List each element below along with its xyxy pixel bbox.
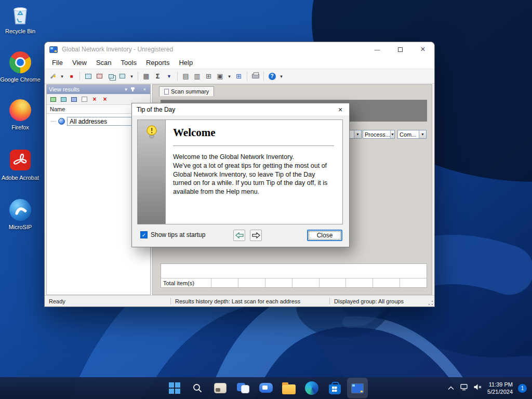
address-group-icon[interactable] xyxy=(59,95,68,103)
delete-address-icon[interactable]: × xyxy=(90,95,99,103)
menu-scan[interactable]: Scan xyxy=(91,58,116,68)
file-explorer-button[interactable] xyxy=(278,378,299,398)
arrow-right-icon xyxy=(252,232,260,238)
column-filter-combo-com[interactable]: Com... ▼ xyxy=(397,130,427,139)
help-icon[interactable]: ? xyxy=(267,71,277,82)
tab-strip: Scan summary xyxy=(153,85,432,96)
main-toolbar: ▾ ■ ▾ ▦ Σ ▼ ▤ ▥ ⊞ ▣ ▾ ⊞ ? ▾ xyxy=(45,69,434,84)
dialog-title-bar[interactable]: Tip of the Day × xyxy=(132,103,349,115)
cascade-windows-icon[interactable] xyxy=(105,71,116,82)
close-button[interactable]: × xyxy=(411,42,434,57)
title-bar[interactable]: Global Network Inventory - Unregistered … xyxy=(45,42,434,57)
desktop-icon-recycle-bin[interactable]: Recycle Bin xyxy=(0,3,41,35)
panel-header[interactable]: View results ▾ × xyxy=(47,85,150,94)
task-view-button[interactable] xyxy=(233,378,254,398)
chat-button[interactable] xyxy=(256,378,276,398)
panel-close-icon[interactable]: × xyxy=(141,87,148,92)
grid-view-icon[interactable] xyxy=(80,95,88,103)
dialog-close-button[interactable]: × xyxy=(331,103,349,115)
add-host-dropdown-icon[interactable]: ▾ xyxy=(128,71,135,82)
table-view-icon[interactable]: ▦ xyxy=(141,71,152,82)
menu-help[interactable]: Help xyxy=(174,58,197,68)
total-cell xyxy=(346,278,373,287)
chat-icon xyxy=(259,383,273,393)
taskbar-center xyxy=(164,377,368,399)
status-history-depth: Results history depth: Last scan for eac… xyxy=(171,296,329,307)
tip-body: Welcome Welcome to the Global Network In… xyxy=(166,120,342,224)
tip-of-the-day-dialog: Tip of the Day × Welcome Welcom xyxy=(131,103,350,247)
start-button[interactable] xyxy=(164,378,185,398)
edge-button[interactable] xyxy=(301,378,322,398)
stop-scan-icon[interactable]: ■ xyxy=(66,71,77,82)
save-results-icon[interactable] xyxy=(70,95,78,103)
help-dropdown-icon[interactable]: ▾ xyxy=(278,71,285,82)
scan-hosts-icon[interactable] xyxy=(83,71,94,82)
chevron-down-icon: ▼ xyxy=(390,130,394,138)
delete-all-addresses-icon[interactable]: × xyxy=(101,95,109,103)
pin-icon[interactable] xyxy=(132,87,139,91)
add-host-icon[interactable] xyxy=(117,71,128,82)
show-tips-checkbox-group[interactable]: ✓ Show tips at startup xyxy=(140,231,205,238)
desktop-icon-label: Firefox xyxy=(0,124,41,131)
menu-view[interactable]: View xyxy=(68,58,91,68)
taskbar: 11:39 PM 5/21/2024 1 xyxy=(0,377,532,399)
desktop-icon-firefox[interactable]: Firefox xyxy=(0,99,41,131)
scan-dropdown-icon[interactable]: ▾ xyxy=(59,71,65,82)
desktop-icon-label: Google Chrome xyxy=(0,76,41,83)
notification-badge[interactable]: 1 xyxy=(518,384,527,393)
chrome-icon xyxy=(9,51,32,74)
next-tip-button[interactable] xyxy=(250,230,262,241)
menu-reports[interactable]: Reports xyxy=(141,58,175,68)
windows-logo-icon xyxy=(169,382,180,394)
column-filter-combo-process[interactable]: Process... ▼ xyxy=(363,130,395,139)
window-title: Global Network Inventory - Unregistered xyxy=(62,46,366,53)
dialog-close-action-button[interactable]: Close xyxy=(307,230,342,241)
desktop-icon-microsip[interactable]: MicroSIP xyxy=(0,198,41,231)
new-window-icon[interactable]: ⊞ xyxy=(203,71,214,82)
gni-taskbar-button[interactable] xyxy=(347,378,368,398)
view-dropdown-icon[interactable]: ▾ xyxy=(226,71,233,82)
total-cell xyxy=(373,278,400,287)
print-icon[interactable] xyxy=(250,71,261,82)
single-host-icon[interactable] xyxy=(94,71,105,82)
clock[interactable]: 11:39 PM 5/21/2024 xyxy=(487,381,513,395)
desktop-icon-chrome[interactable]: Google Chrome xyxy=(0,51,41,83)
network-tray-button[interactable] xyxy=(460,383,468,393)
sum-icon[interactable]: Σ xyxy=(152,71,163,82)
add-address-icon[interactable] xyxy=(49,95,57,103)
tab-scan-summary[interactable]: Scan summary xyxy=(159,86,214,96)
menu-file[interactable]: File xyxy=(47,58,68,68)
store-button[interactable] xyxy=(324,378,345,398)
network-icon xyxy=(460,383,468,391)
tip-heading: Welcome xyxy=(173,126,334,146)
folder-icon xyxy=(282,384,296,394)
app-button-window[interactable] xyxy=(210,378,231,398)
columns-view-icon[interactable]: ▥ xyxy=(192,71,203,82)
status-displayed-group: Displayed group: All groups xyxy=(330,296,434,307)
tray-chevron-button[interactable] xyxy=(447,383,455,393)
grid-options-icon[interactable]: ⊞ xyxy=(233,71,244,82)
desktop-icon-label: Adobe Acrobat xyxy=(0,175,41,181)
panel-menu-icon[interactable]: ▾ xyxy=(123,87,129,92)
dialog-title: Tip of the Day xyxy=(137,106,175,113)
tip-sidebar xyxy=(138,120,166,224)
panel-title: View results xyxy=(49,86,79,92)
resize-grip[interactable] xyxy=(428,300,433,305)
report-view-icon[interactable]: ▣ xyxy=(215,71,225,82)
edge-icon xyxy=(305,381,318,395)
filter-icon[interactable]: ▼ xyxy=(164,71,175,82)
minimize-button[interactable]: — xyxy=(366,42,389,57)
maximize-button[interactable] xyxy=(389,42,411,57)
acrobat-icon xyxy=(9,150,32,172)
toolbar-separator xyxy=(138,72,138,81)
menu-tools[interactable]: Tools xyxy=(116,58,141,68)
search-icon xyxy=(192,383,203,393)
desktop-icon-acrobat[interactable]: Adobe Acrobat xyxy=(0,149,41,181)
scan-profile-icon[interactable] xyxy=(47,71,58,82)
previous-tip-button[interactable] xyxy=(233,230,245,241)
rows-view-icon[interactable]: ▤ xyxy=(180,71,191,82)
volume-tray-button[interactable] xyxy=(473,383,482,393)
search-button[interactable] xyxy=(187,378,208,398)
desktop: Recycle Bin Google Chrome Firefox Adobe … xyxy=(0,0,532,399)
checkbox-checked-icon[interactable]: ✓ xyxy=(140,231,148,238)
